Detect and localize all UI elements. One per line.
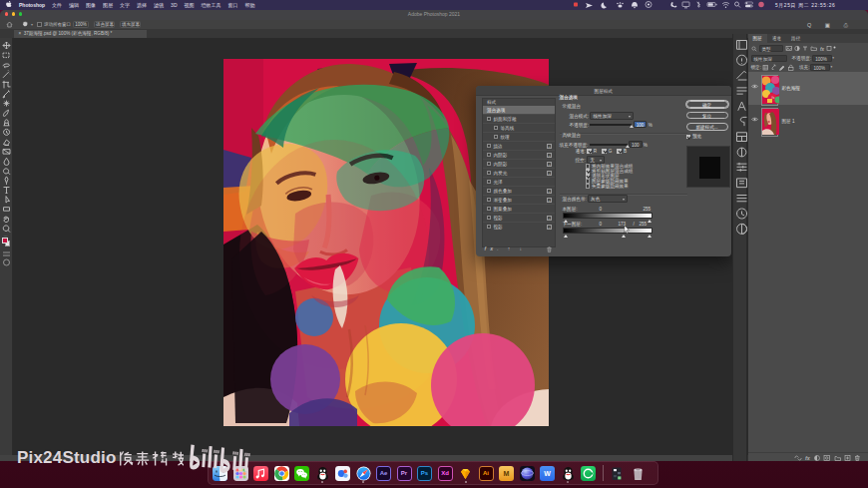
svg-text:fx: fx	[805, 455, 811, 461]
svg-text:fx: fx	[820, 47, 824, 52]
